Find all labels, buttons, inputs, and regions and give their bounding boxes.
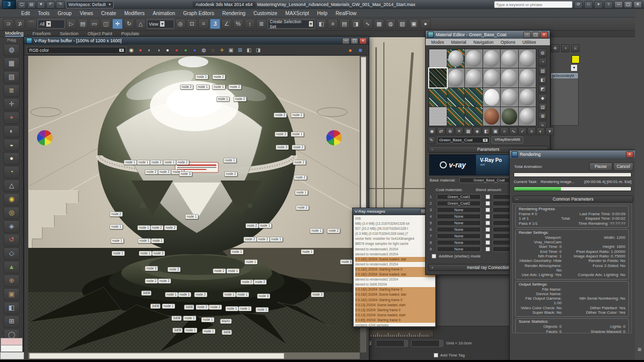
coat-material-button[interactable]: None [437, 214, 481, 219]
menu-group[interactable]: Group [54, 10, 76, 17]
side-tool-2-icon[interactable]: ▦ [4, 57, 20, 70]
mirror-icon[interactable]: ◧ [316, 19, 327, 29]
material-slot-23[interactable] [501, 107, 518, 126]
additive-mode-checkbox[interactable] [432, 254, 436, 258]
minimize-button[interactable]: ─ [523, 32, 531, 38]
macro-recorder-field[interactable] [1, 338, 23, 345]
material-tool-5-icon[interactable]: ▦ [464, 127, 472, 135]
menu-create[interactable]: Create [97, 10, 120, 17]
material-slot-12[interactable] [519, 68, 536, 87]
coat-enable-checkbox[interactable] [486, 214, 490, 219]
rgb-channels-icon[interactable]: ● [164, 46, 172, 54]
side-tool-17-icon[interactable]: ▲ [4, 261, 20, 274]
coat-enable-checkbox[interactable] [486, 227, 490, 232]
stop-render-icon[interactable]: ■ [356, 46, 364, 54]
modifier-stack-list[interactable]: geSecondaryM [550, 72, 579, 126]
modifier-list-dropdown[interactable]: ▼ [571, 64, 578, 71]
menu-rendering[interactable]: Rendering [218, 10, 250, 17]
quick-access-icon-0[interactable]: ▢ [18, 1, 26, 9]
coat-material-button[interactable]: None [437, 220, 481, 226]
material-slot-24[interactable] [519, 107, 536, 126]
region-render-icon[interactable]: ✛ [218, 46, 226, 54]
coat-enable-checkbox[interactable] [486, 201, 490, 206]
channel-dropdown[interactable]: RGB color ▼ [27, 47, 126, 54]
color-corrections-icon[interactable]: ▣ [227, 46, 235, 54]
track-bar-ruler[interactable] [365, 329, 434, 337]
coordinate-x-field[interactable] [376, 340, 408, 347]
pick-material-icon[interactable]: ✎ [428, 136, 435, 144]
select-and-link-icon[interactable]: ⊃ [3, 19, 14, 29]
quick-access-icon-2[interactable]: ▼ [37, 1, 45, 9]
material-slot-2[interactable] [447, 49, 465, 68]
max-logo-icon[interactable]: 3 [2, 0, 16, 9]
coat-material-button[interactable]: None [437, 233, 481, 239]
coordinate-y-field[interactable] [411, 340, 443, 347]
minimize-button[interactable]: ─ [614, 1, 623, 8]
close-button[interactable]: ✕ [540, 32, 548, 38]
quick-access-icon-3[interactable]: ↶ [46, 1, 55, 9]
coat-enable-checkbox[interactable] [486, 208, 490, 212]
material-slot-11[interactable] [501, 68, 518, 87]
side-tool-4-icon[interactable]: ≣ [4, 84, 20, 97]
material-slot-20[interactable] [447, 107, 465, 126]
side-tool-18-icon[interactable]: ⊕ [4, 275, 20, 287]
bind-to-space-warp-icon[interactable]: ⌒ [26, 19, 37, 29]
me-menu-navigation[interactable]: Navigation [470, 39, 497, 45]
sample-tool-7-icon[interactable]: ▤ [538, 103, 547, 111]
viewport-nav-icon[interactable]: ⊞ [636, 347, 642, 353]
material-slot-8[interactable] [447, 68, 465, 87]
unlink-selection-icon[interactable]: ⊅ [15, 19, 25, 29]
pause-button[interactable]: Pause [589, 162, 612, 171]
common-parameters-rollout[interactable]: −Common Parameters [513, 196, 633, 203]
edit-named-selection-sets-icon[interactable]: ≣ [256, 19, 267, 29]
percent-snap-toggle-icon[interactable]: % [233, 19, 244, 29]
menu-animation[interactable]: Animation [148, 10, 179, 17]
material-tool-8-icon[interactable]: ▣ [491, 127, 500, 135]
menu-help[interactable]: Help [313, 10, 332, 17]
material-slot-19[interactable] [429, 107, 447, 126]
side-tool-9-icon[interactable]: ● [4, 152, 20, 165]
side-tool-6-icon[interactable]: ⌖ [4, 112, 20, 124]
sample-tool-6-icon[interactable]: ◆ [538, 94, 547, 102]
ribbon-tab-selection[interactable]: Selection [60, 31, 78, 36]
material-slot-17[interactable] [501, 88, 518, 107]
quick-access-icon-1[interactable]: ▤ [27, 1, 36, 9]
select-and-move-icon[interactable]: ✛ [112, 19, 123, 29]
save-image-icon[interactable]: ◉ [127, 46, 135, 54]
select-by-name-icon[interactable]: ▤ [77, 19, 88, 29]
material-tool-11-icon[interactable]: ✓ [518, 127, 527, 135]
render-production-icon[interactable]: ● [420, 19, 431, 29]
command-tab-modify-icon[interactable]: ◔ [561, 44, 570, 52]
maximize-button[interactable]: ▢ [624, 1, 632, 8]
ribbon-tab-populate[interactable]: Populate [121, 31, 139, 36]
maximize-button[interactable]: ▢ [532, 32, 539, 38]
material-tool-10-icon[interactable]: ∿ [509, 127, 518, 135]
render-last-icon[interactable]: ● [346, 46, 354, 54]
material-tool-4-icon[interactable]: ✕ [455, 127, 463, 135]
material-name-dropdown[interactable]: Green_Base_Coat ▼ [437, 137, 490, 143]
me-menu-options[interactable]: Options [497, 39, 519, 45]
infocenter-icon-2[interactable]: ▾ [594, 1, 603, 9]
material-slot-16[interactable] [483, 88, 501, 107]
me-menu-modes[interactable]: Modes [428, 39, 448, 45]
material-slot-10[interactable] [483, 68, 501, 87]
material-slot-21[interactable] [465, 107, 482, 126]
duplicate-to-host-frame-buffer-icon[interactable]: ◐ [145, 46, 153, 54]
close-button[interactable]: ✕ [359, 38, 367, 44]
close-button[interactable]: ✕ [626, 151, 633, 158]
sample-tool-8-icon[interactable]: ⊠ [538, 112, 547, 120]
search-input[interactable] [494, 1, 573, 8]
material-slot-13[interactable] [429, 88, 447, 107]
infocenter-icon-1[interactable]: ✩ [584, 1, 593, 9]
select-and-scale-icon[interactable]: △ [135, 19, 146, 29]
side-tool-12-icon[interactable]: ◉ [4, 193, 20, 206]
maximize-button[interactable]: ▢ [351, 38, 358, 44]
coat-enable-checkbox[interactable] [486, 221, 490, 225]
command-tab-create-icon[interactable]: ✛ [551, 44, 559, 52]
spinner-snap-toggle-icon[interactable]: ↕ [245, 19, 255, 29]
side-tool-7-icon[interactable]: ◐ [4, 125, 20, 138]
green-channel-icon[interactable]: ● [182, 46, 190, 54]
coat-material-button[interactable]: Green_Coat1 [437, 194, 481, 200]
side-tool-20-icon[interactable]: ◧ [4, 302, 20, 314]
menu-customize[interactable]: Customize [250, 10, 281, 17]
